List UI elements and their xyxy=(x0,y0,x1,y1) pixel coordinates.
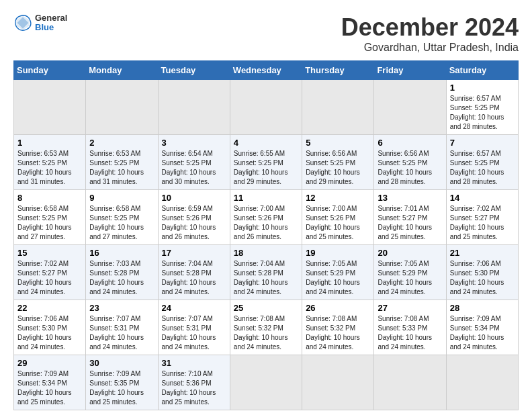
calendar-cell xyxy=(14,80,86,135)
calendar-cell: 21 Sunrise: 7:06 AM Sunset: 5:30 PM Dayl… xyxy=(446,245,518,300)
day-of-week-header: Sunday xyxy=(14,61,86,80)
day-number: 1 xyxy=(17,138,82,148)
day-info: Sunrise: 7:04 AM Sunset: 5:28 PM Dayligh… xyxy=(162,259,226,297)
day-info: Sunrise: 6:53 AM Sunset: 5:25 PM Dayligh… xyxy=(89,149,154,187)
day-info: Sunrise: 6:58 AM Sunset: 5:25 PM Dayligh… xyxy=(17,204,82,242)
day-info: Sunrise: 6:57 AM Sunset: 5:25 PM Dayligh… xyxy=(450,149,515,187)
calendar-cell: 12 Sunrise: 7:00 AM Sunset: 5:26 PM Dayl… xyxy=(302,190,374,245)
calendar-cell: 27 Sunrise: 7:08 AM Sunset: 5:33 PM Dayl… xyxy=(374,300,446,355)
day-info: Sunrise: 6:55 AM Sunset: 5:25 PM Dayligh… xyxy=(234,149,298,187)
calendar-title: December 2024 xyxy=(341,13,519,42)
day-info: Sunrise: 7:07 AM Sunset: 5:31 PM Dayligh… xyxy=(162,314,226,352)
day-info: Sunrise: 6:56 AM Sunset: 5:25 PM Dayligh… xyxy=(378,149,442,187)
calendar-cell: 1 Sunrise: 6:57 AM Sunset: 5:25 PM Dayli… xyxy=(446,80,518,135)
day-info: Sunrise: 6:53 AM Sunset: 5:25 PM Dayligh… xyxy=(17,149,82,187)
calendar-table: SundayMondayTuesdayWednesdayThursdayFrid… xyxy=(13,60,519,410)
calendar-cell: 31 Sunrise: 7:10 AM Sunset: 5:36 PM Dayl… xyxy=(158,355,230,410)
day-info: Sunrise: 6:58 AM Sunset: 5:25 PM Dayligh… xyxy=(89,204,154,242)
calendar-cell: 10 Sunrise: 6:59 AM Sunset: 5:26 PM Dayl… xyxy=(158,190,230,245)
calendar-cell: 16 Sunrise: 7:03 AM Sunset: 5:28 PM Dayl… xyxy=(86,245,158,300)
logo: General Blue xyxy=(13,13,67,33)
day-of-week-header: Thursday xyxy=(302,61,374,80)
calendar-cell: 9 Sunrise: 6:58 AM Sunset: 5:25 PM Dayli… xyxy=(86,190,158,245)
day-info: Sunrise: 7:00 AM Sunset: 5:26 PM Dayligh… xyxy=(234,204,298,242)
day-number: 12 xyxy=(306,193,370,203)
day-number: 21 xyxy=(450,248,515,258)
day-number: 10 xyxy=(162,193,226,203)
calendar-cell: 25 Sunrise: 7:08 AM Sunset: 5:32 PM Dayl… xyxy=(230,300,302,355)
calendar-cell xyxy=(374,355,446,410)
day-info: Sunrise: 7:09 AM Sunset: 5:35 PM Dayligh… xyxy=(89,369,154,407)
calendar-cell: 5 Sunrise: 6:56 AM Sunset: 5:25 PM Dayli… xyxy=(302,135,374,190)
logo-icon xyxy=(13,13,32,32)
calendar-cell: 17 Sunrise: 7:04 AM Sunset: 5:28 PM Dayl… xyxy=(158,245,230,300)
calendar-week-row: 8 Sunrise: 6:58 AM Sunset: 5:25 PM Dayli… xyxy=(14,190,519,245)
day-info: Sunrise: 7:05 AM Sunset: 5:29 PM Dayligh… xyxy=(306,259,370,297)
day-info: Sunrise: 7:01 AM Sunset: 5:27 PM Dayligh… xyxy=(378,204,442,242)
day-info: Sunrise: 7:05 AM Sunset: 5:29 PM Dayligh… xyxy=(378,259,442,297)
calendar-cell xyxy=(374,80,446,135)
calendar-cell: 30 Sunrise: 7:09 AM Sunset: 5:35 PM Dayl… xyxy=(86,355,158,410)
calendar-week-row: 22 Sunrise: 7:06 AM Sunset: 5:30 PM Dayl… xyxy=(14,300,519,355)
day-info: Sunrise: 6:56 AM Sunset: 5:25 PM Dayligh… xyxy=(306,149,370,187)
calendar-cell: 22 Sunrise: 7:06 AM Sunset: 5:30 PM Dayl… xyxy=(14,300,86,355)
day-number: 30 xyxy=(89,358,154,368)
calendar-cell: 24 Sunrise: 7:07 AM Sunset: 5:31 PM Dayl… xyxy=(158,300,230,355)
day-number: 2 xyxy=(89,138,154,148)
day-number: 15 xyxy=(17,248,82,258)
day-info: Sunrise: 7:10 AM Sunset: 5:36 PM Dayligh… xyxy=(162,369,226,407)
calendar-cell: 19 Sunrise: 7:05 AM Sunset: 5:29 PM Dayl… xyxy=(302,245,374,300)
day-number: 17 xyxy=(162,248,226,258)
day-of-week-header: Monday xyxy=(86,61,158,80)
day-info: Sunrise: 7:00 AM Sunset: 5:26 PM Dayligh… xyxy=(306,204,370,242)
calendar-cell: 23 Sunrise: 7:07 AM Sunset: 5:31 PM Dayl… xyxy=(86,300,158,355)
day-info: Sunrise: 7:02 AM Sunset: 5:27 PM Dayligh… xyxy=(17,259,82,297)
calendar-cell: 1 Sunrise: 6:53 AM Sunset: 5:25 PM Dayli… xyxy=(14,135,86,190)
day-number: 19 xyxy=(306,248,370,258)
day-info: Sunrise: 7:09 AM Sunset: 5:34 PM Dayligh… xyxy=(17,369,82,407)
day-number: 16 xyxy=(89,248,154,258)
day-number: 11 xyxy=(234,193,298,203)
calendar-cell: 26 Sunrise: 7:08 AM Sunset: 5:32 PM Dayl… xyxy=(302,300,374,355)
header: General Blue December 2024 Govardhan, Ut… xyxy=(13,13,519,54)
calendar-cell: 7 Sunrise: 6:57 AM Sunset: 5:25 PM Dayli… xyxy=(446,135,518,190)
calendar-header: SundayMondayTuesdayWednesdayThursdayFrid… xyxy=(14,61,519,80)
calendar-cell: 13 Sunrise: 7:01 AM Sunset: 5:27 PM Dayl… xyxy=(374,190,446,245)
calendar-cell: 28 Sunrise: 7:09 AM Sunset: 5:34 PM Dayl… xyxy=(446,300,518,355)
calendar-cell xyxy=(158,80,230,135)
calendar-cell: 20 Sunrise: 7:05 AM Sunset: 5:29 PM Dayl… xyxy=(374,245,446,300)
day-number: 31 xyxy=(162,358,226,368)
day-of-week-header: Friday xyxy=(374,61,446,80)
day-number: 18 xyxy=(234,248,298,258)
day-info: Sunrise: 6:54 AM Sunset: 5:25 PM Dayligh… xyxy=(162,149,226,187)
day-number: 27 xyxy=(378,303,442,313)
logo-general: General xyxy=(35,13,67,23)
day-number: 28 xyxy=(450,303,515,313)
header-row: SundayMondayTuesdayWednesdayThursdayFrid… xyxy=(14,61,519,80)
calendar-cell: 11 Sunrise: 7:00 AM Sunset: 5:26 PM Dayl… xyxy=(230,190,302,245)
day-info: Sunrise: 6:57 AM Sunset: 5:25 PM Dayligh… xyxy=(450,94,515,132)
calendar-cell: 2 Sunrise: 6:53 AM Sunset: 5:25 PM Dayli… xyxy=(86,135,158,190)
calendar-cell: 15 Sunrise: 7:02 AM Sunset: 5:27 PM Dayl… xyxy=(14,245,86,300)
day-info: Sunrise: 7:08 AM Sunset: 5:32 PM Dayligh… xyxy=(306,314,370,352)
calendar-cell xyxy=(86,80,158,135)
logo-text: General Blue xyxy=(35,13,67,33)
title-area: December 2024 Govardhan, Uttar Pradesh, … xyxy=(341,13,519,54)
calendar-cell: 3 Sunrise: 6:54 AM Sunset: 5:25 PM Dayli… xyxy=(158,135,230,190)
calendar-cell: 4 Sunrise: 6:55 AM Sunset: 5:25 PM Dayli… xyxy=(230,135,302,190)
day-number: 6 xyxy=(378,138,442,148)
day-number: 1 xyxy=(450,83,515,93)
calendar-cell: 29 Sunrise: 7:09 AM Sunset: 5:34 PM Dayl… xyxy=(14,355,86,410)
day-info: Sunrise: 7:03 AM Sunset: 5:28 PM Dayligh… xyxy=(89,259,154,297)
day-number: 25 xyxy=(234,303,298,313)
day-number: 9 xyxy=(89,193,154,203)
day-number: 13 xyxy=(378,193,442,203)
calendar-cell: 14 Sunrise: 7:02 AM Sunset: 5:27 PM Dayl… xyxy=(446,190,518,245)
day-info: Sunrise: 7:07 AM Sunset: 5:31 PM Dayligh… xyxy=(89,314,154,352)
calendar-cell xyxy=(302,80,374,135)
day-number: 24 xyxy=(162,303,226,313)
logo-blue: Blue xyxy=(35,23,67,32)
day-number: 5 xyxy=(306,138,370,148)
day-info: Sunrise: 7:08 AM Sunset: 5:32 PM Dayligh… xyxy=(234,314,298,352)
calendar-cell xyxy=(230,80,302,135)
